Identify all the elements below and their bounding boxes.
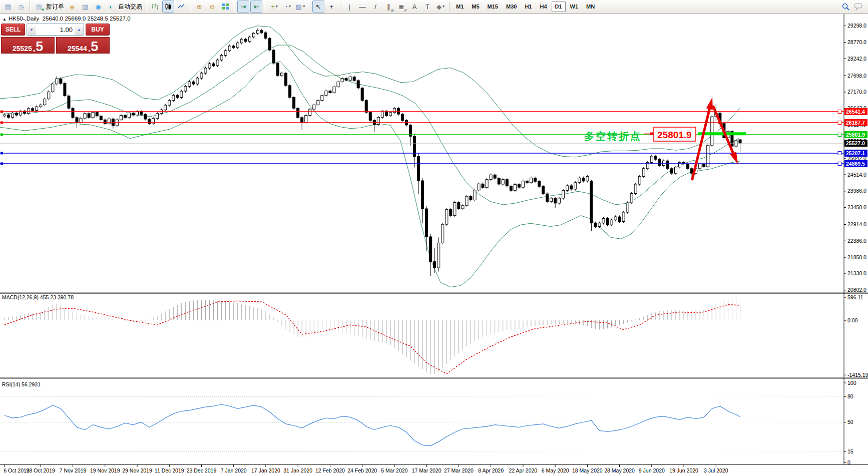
candle (679, 162, 681, 167)
date-tick-label: 27 Mar 2020 (444, 467, 474, 473)
candle (220, 56, 223, 60)
candle (530, 178, 532, 182)
hline-right-marker[interactable] (838, 162, 841, 165)
candle (502, 180, 504, 184)
hline-left-marker[interactable] (1, 111, 3, 113)
hline-left-marker[interactable] (1, 121, 3, 124)
symbol-header: ▲HK50-,Daily 25640.0 25669.0 25248.5 255… (3, 16, 131, 22)
candle (168, 101, 171, 105)
candle (164, 105, 167, 110)
candle (72, 108, 74, 118)
candle (558, 198, 561, 203)
macd-axis-label: -1415.19 (847, 372, 868, 378)
candle (377, 117, 379, 124)
volume-increase-button[interactable]: ▲ (75, 24, 84, 35)
chart-area[interactable]: 29298.028770.028242.027698.027170.026642… (0, 0, 868, 475)
turning-point-label[interactable]: 多空转折点 (584, 131, 642, 142)
sell-price[interactable]: 25525.5 (1, 37, 55, 54)
candle (329, 91, 331, 93)
candle (454, 203, 456, 216)
rsi-line (5, 404, 740, 446)
candle (446, 209, 448, 224)
candle (132, 113, 134, 115)
candle (228, 46, 231, 51)
candle (534, 178, 536, 181)
macd-indicator-label: MACD(12,26,9) 455.23 390.78 (2, 294, 74, 300)
symbol-name: HK50- (9, 16, 25, 22)
candle (670, 169, 673, 173)
volume-input[interactable] (36, 24, 75, 35)
candle (100, 116, 102, 120)
candle (260, 31, 263, 33)
candle (606, 218, 609, 225)
price-axis-tick-label: 27698.0 (847, 73, 866, 79)
candle (196, 78, 199, 84)
candle (438, 243, 440, 268)
candle (12, 113, 14, 118)
date-tick-label: 29 Nov 2019 (122, 467, 152, 473)
candle (144, 115, 147, 119)
candle (361, 88, 363, 101)
price-axis-tick-label: 27170.0 (847, 89, 866, 95)
volume-decrease-button[interactable]: ▼ (27, 24, 36, 35)
candle (184, 87, 187, 91)
date-tick-label: 7 Jan 2020 (221, 467, 247, 473)
candle (313, 105, 315, 109)
candle (514, 185, 516, 191)
sell-button[interactable]: SELL (1, 24, 25, 36)
candle (16, 113, 18, 115)
candle (425, 209, 428, 237)
hline-right-marker[interactable] (838, 121, 841, 124)
hline-right-marker[interactable] (838, 133, 841, 136)
date-tick-label: 31 Jan 2020 (283, 467, 312, 473)
candle (703, 164, 705, 167)
candle (417, 157, 420, 181)
price-label: 25207.1 (846, 150, 865, 156)
candle (305, 116, 307, 123)
mt4-window: { "toolbar": { "items": [ {"t":"btn","na… (0, 0, 868, 475)
macd-axis-label: 0.00 (847, 317, 858, 323)
candle (264, 33, 267, 38)
candle (401, 114, 403, 120)
hline-right-marker[interactable] (838, 110, 841, 114)
candle (277, 63, 279, 76)
date-tick-label: 7 Nov 2019 (60, 467, 87, 473)
candle (297, 108, 299, 118)
price-label: 24869.5 (846, 161, 865, 167)
candle (180, 91, 183, 97)
candle (345, 79, 347, 81)
candle (60, 79, 62, 83)
macd-axis-label: 596.11 (847, 294, 863, 300)
price-callout-value: 25801.9 (657, 130, 692, 140)
hline-left-marker[interactable] (1, 162, 3, 165)
candle (470, 196, 472, 200)
hline-left-marker[interactable] (1, 152, 3, 154)
candle (711, 117, 713, 145)
candle (550, 198, 553, 202)
candle (353, 77, 355, 80)
hline-left-marker[interactable] (1, 133, 3, 136)
candle (337, 82, 339, 87)
ohlc-open: 25640.0 (43, 16, 64, 22)
collapse-panel-icon[interactable]: ▲ (3, 17, 7, 22)
candle (397, 108, 399, 114)
date-tick-label: 23 Dec 2019 (187, 467, 217, 473)
candle (522, 181, 524, 187)
candle (542, 186, 545, 194)
ohlc-low: 25248.5 (87, 16, 108, 22)
candle (341, 79, 343, 82)
candle (675, 167, 677, 173)
candle (687, 164, 689, 169)
candle (594, 223, 597, 227)
candle (466, 196, 468, 206)
candle (494, 175, 496, 178)
candle (28, 109, 30, 113)
buy-price[interactable]: 25544.5 (56, 37, 110, 54)
candle (48, 92, 50, 99)
date-tick-label: 6 May 2020 (542, 467, 569, 473)
candle (148, 119, 151, 124)
buy-button[interactable]: BUY (86, 24, 110, 36)
candle (128, 113, 130, 118)
hline-right-marker[interactable] (838, 151, 841, 155)
candle (200, 73, 203, 78)
